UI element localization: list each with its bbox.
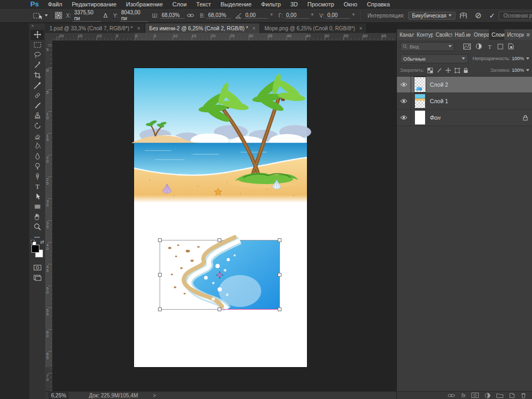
transform-handle-sw[interactable] xyxy=(158,307,162,311)
panel-menu-icon[interactable]: ≡ xyxy=(524,29,532,40)
lasso-tool[interactable] xyxy=(30,50,44,60)
interpolation-select[interactable]: Бикубическая xyxy=(408,12,455,20)
magic-wand-tool[interactable] xyxy=(30,60,44,70)
blur-tool[interactable] xyxy=(30,151,44,161)
adjustment-layer-icon[interactable] xyxy=(485,393,491,398)
healing-brush-tool[interactable] xyxy=(30,90,44,101)
tab-morepng[interactable]: Море.png @ 6,25% (Слой 0, RGB/8*) × xyxy=(260,23,367,33)
filter-adjustment-layers-icon[interactable] xyxy=(476,43,482,49)
transform-handle-ne[interactable] xyxy=(278,238,281,242)
tab-paths[interactable]: Контур xyxy=(414,29,433,40)
v-skew-value-field[interactable]: 0,00 xyxy=(326,12,350,19)
eraser-tool[interactable] xyxy=(30,131,44,141)
eyedropper-tool[interactable] xyxy=(30,80,44,90)
status-menu-chevron[interactable]: > xyxy=(153,393,156,398)
visibility-toggle[interactable] xyxy=(397,93,411,109)
menu-filter[interactable]: Фильтр xyxy=(256,1,286,7)
tab-channels[interactable]: Канал xyxy=(397,29,414,40)
filter-type-layers-icon[interactable]: T xyxy=(487,44,493,49)
x-value-field[interactable]: 3375,50 пи xyxy=(72,10,101,22)
layer-thumbnail[interactable] xyxy=(415,78,425,92)
tab-actions[interactable]: Опера xyxy=(471,29,489,40)
cancel-transform-button[interactable]: ⊘ xyxy=(475,11,482,20)
transform-handle-nw[interactable] xyxy=(158,238,162,242)
rectangle-tool[interactable] xyxy=(30,202,44,212)
close-icon[interactable]: × xyxy=(252,26,255,31)
link-layers-icon[interactable] xyxy=(447,393,455,398)
hand-tool[interactable] xyxy=(30,212,44,222)
zoom-tool[interactable] xyxy=(30,222,44,232)
angle-value-field[interactable]: 0,00 xyxy=(244,12,268,19)
menu-file[interactable]: Файл xyxy=(43,1,67,7)
swap-colors-icon[interactable]: ⇄ xyxy=(40,239,44,245)
layer-filter-select[interactable]: Вид xyxy=(400,42,454,51)
screen-mode-button[interactable] xyxy=(30,272,44,282)
tab-tool-presets[interactable]: Наб.ин xyxy=(452,29,471,40)
history-brush-tool[interactable] xyxy=(30,121,44,131)
fill-control[interactable]: Заливка: 100% xyxy=(491,68,529,73)
transform-handle-n[interactable] xyxy=(218,238,221,242)
lock-artboard-icon[interactable] xyxy=(454,68,460,73)
menu-type[interactable]: Текст xyxy=(192,1,216,7)
reference-point-marker[interactable] xyxy=(216,271,223,279)
opacity-control[interactable]: Непрозрачность: 100% xyxy=(472,56,529,61)
delete-layer-icon[interactable] xyxy=(521,393,526,398)
layer-style-icon[interactable]: fx xyxy=(461,393,466,398)
menu-view[interactable]: Просмотр xyxy=(303,1,339,7)
default-colors-icon[interactable] xyxy=(31,240,36,245)
lock-pixels-icon[interactable] xyxy=(436,68,442,73)
layer-thumbnail[interactable] xyxy=(415,94,425,108)
free-transform-box[interactable] xyxy=(160,240,280,310)
transform-handle-w[interactable] xyxy=(158,273,162,277)
crop-tool[interactable] xyxy=(30,70,44,80)
filter-smart-objects-icon[interactable] xyxy=(508,43,514,49)
add-mask-icon[interactable] xyxy=(471,393,479,398)
ruler-corner[interactable] xyxy=(45,33,53,41)
transform-edge-bottom[interactable] xyxy=(220,309,279,310)
zoom-level-field[interactable]: 6,25% xyxy=(48,392,69,399)
transform-handle-se[interactable] xyxy=(278,307,281,311)
tab-layers[interactable]: Слои xyxy=(489,29,504,40)
menu-select[interactable]: Выделение xyxy=(216,1,256,7)
dodge-tool[interactable] xyxy=(30,161,44,171)
height-value-field[interactable]: 68,03% xyxy=(206,12,231,19)
lock-transparency-icon[interactable] xyxy=(427,68,433,73)
top-ruler[interactable]: 20 15 10 5 0 5 10 15 20 25 30 35 40 45 5… xyxy=(52,33,396,41)
close-icon[interactable]: × xyxy=(359,26,362,31)
type-tool[interactable]: T xyxy=(30,181,44,192)
layer-name[interactable]: Слой 2 xyxy=(430,81,448,88)
marquee-tool[interactable] xyxy=(30,40,44,50)
reference-point-icon[interactable] xyxy=(55,12,62,19)
layer-row-layer1[interactable]: Слой 1 xyxy=(397,93,532,110)
fill-value[interactable]: 100% xyxy=(512,68,524,73)
left-ruler[interactable]: 5 0 5 10 15 20 25 30 35 40 45 50 55 60 6… xyxy=(45,40,53,391)
layer-name[interactable]: Слой 1 xyxy=(430,98,448,104)
width-value-field[interactable]: 68,03% xyxy=(160,12,185,19)
collapse-toolbar-button[interactable]: » xyxy=(29,23,45,30)
opacity-value[interactable]: 100% xyxy=(512,56,524,61)
layer-row-background[interactable]: Фон xyxy=(397,110,532,126)
new-layer-icon[interactable] xyxy=(509,393,515,398)
menu-3d[interactable]: 3D xyxy=(286,1,303,7)
menu-window[interactable]: Окно xyxy=(339,1,362,7)
tab-untitled2[interactable]: Без имени-2 @ 6,25% (Слой 2, RGB/8) * × xyxy=(145,23,261,33)
foreground-color-swatch[interactable] xyxy=(31,245,39,253)
h-skew-value-field[interactable]: 0,00 xyxy=(285,12,309,19)
tab-1psd[interactable]: 1.psd @ 33,3% (Слой 7, RGB/8*) * × xyxy=(45,23,145,33)
clone-stamp-tool[interactable] xyxy=(30,111,44,121)
layer-thumbnail[interactable] xyxy=(415,111,425,124)
tab-history[interactable]: Истори xyxy=(504,29,523,40)
menu-help[interactable]: Справка xyxy=(362,1,395,7)
lock-all-icon[interactable] xyxy=(463,68,468,73)
new-group-icon[interactable] xyxy=(496,393,503,398)
menu-layers[interactable]: Слои xyxy=(168,1,192,7)
menu-image[interactable]: Изображение xyxy=(121,1,168,7)
layer-name[interactable]: Фон xyxy=(430,114,440,121)
document-page[interactable] xyxy=(134,68,307,367)
menu-edit[interactable]: Редактирование xyxy=(67,1,121,7)
path-selection-tool[interactable] xyxy=(30,192,44,202)
y-value-field[interactable]: 8043,00 пи xyxy=(120,10,148,22)
visibility-toggle[interactable] xyxy=(397,77,411,93)
layer-row-layer2[interactable]: Слой 2 xyxy=(397,77,532,93)
commit-transform-button[interactable]: ✓ xyxy=(489,12,495,20)
